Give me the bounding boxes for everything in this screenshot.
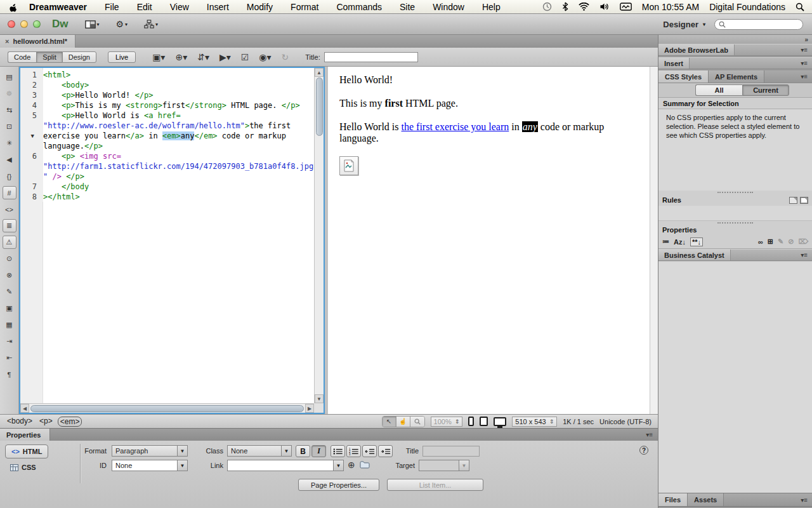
- new-css-rule-icon[interactable]: ⊞: [768, 237, 773, 246]
- panel-menu-icon[interactable]: ▾≡: [801, 497, 812, 504]
- menu-bar-account[interactable]: Digital Foundations: [709, 2, 785, 12]
- collapse-selection-icon[interactable]: ⊡: [3, 120, 16, 133]
- current-view-icon[interactable]: [800, 197, 808, 204]
- zoom-tool[interactable]: [410, 417, 424, 427]
- browse-folder-icon[interactable]: [360, 460, 370, 469]
- bold-button[interactable]: B: [296, 445, 310, 457]
- tab-assets[interactable]: Assets: [688, 493, 724, 506]
- close-window-button[interactable]: [8, 20, 15, 28]
- menu-commands[interactable]: Commands: [336, 2, 382, 12]
- panel-menu-icon[interactable]: ▾≡: [801, 46, 812, 53]
- collapse-full-tag-icon[interactable]: ⇆: [3, 104, 16, 117]
- menu-edit[interactable]: Edit: [137, 2, 152, 12]
- filter-button-all[interactable]: All: [695, 84, 742, 96]
- volume-icon[interactable]: [599, 3, 610, 11]
- indent-button[interactable]: [378, 445, 393, 457]
- mobile-size-icon[interactable]: [468, 417, 474, 426]
- rules-list[interactable]: [658, 206, 812, 221]
- menu-file[interactable]: File: [105, 2, 119, 12]
- menu-format[interactable]: Format: [291, 2, 318, 12]
- tablet-size-icon[interactable]: [480, 417, 488, 426]
- document-tab[interactable]: × helloworld.html*: [0, 35, 75, 48]
- attach-style-sheet-icon[interactable]: ∞: [758, 238, 763, 246]
- window-size-stepper[interactable]: 510 x 543⇕: [512, 417, 557, 427]
- view-button-split[interactable]: Split: [36, 51, 62, 63]
- code-horizontal-scrollbar[interactable]: ◀ ▶: [20, 403, 314, 413]
- panel-menu-icon[interactable]: ▾≡: [801, 251, 812, 258]
- select-parent-tag-icon[interactable]: ◀: [3, 153, 16, 166]
- open-documents-icon[interactable]: ▤: [3, 70, 16, 84]
- view-button-design[interactable]: Design: [62, 51, 96, 63]
- menu-insert[interactable]: Insert: [207, 2, 229, 12]
- extend-dreamweaver-icon[interactable]: ⚙▾: [116, 19, 128, 29]
- document-title-input[interactable]: [324, 52, 418, 62]
- site-menu-icon[interactable]: ▾: [144, 20, 158, 29]
- line-numbers-icon[interactable]: #: [3, 186, 16, 199]
- invalid-code-warning-icon[interactable]: ⚠: [3, 236, 16, 249]
- show-category-view-icon[interactable]: ≔: [662, 237, 669, 246]
- zoom-level-stepper[interactable]: 100%⇕: [431, 417, 463, 427]
- filter-button-current[interactable]: Current: [742, 84, 789, 96]
- collapse-panels-icon[interactable]: »: [804, 36, 808, 43]
- zoom-window-button[interactable]: [33, 20, 41, 28]
- recent-snippets-icon[interactable]: ▣: [3, 302, 16, 315]
- expand-all-icon[interactable]: ✳: [3, 137, 16, 150]
- wifi-icon[interactable]: [579, 3, 589, 11]
- format-source-code-icon[interactable]: ¶: [3, 368, 16, 381]
- code-editor-content[interactable]: 1<html>2 <body>3 <p>Hello World! </p>4 <…: [20, 68, 314, 403]
- broken-image-icon[interactable]: [339, 156, 358, 175]
- time-machine-icon[interactable]: [542, 2, 552, 11]
- business-catalyst-panel-header[interactable]: Business Catalyst ▾≡: [658, 249, 812, 261]
- design-vertical-scrollbar[interactable]: [650, 67, 658, 414]
- tab-ap-elements[interactable]: AP Elements: [709, 70, 764, 83]
- apply-comment-icon[interactable]: ⊙: [3, 252, 16, 265]
- layout-switcher-icon[interactable]: ▾: [85, 20, 100, 29]
- indent-code-icon[interactable]: ⇥: [3, 335, 16, 348]
- menu-dreamweaver[interactable]: Dreamweaver: [29, 2, 87, 12]
- css-mode-button[interactable]: CSS: [10, 464, 36, 471]
- tag-body[interactable]: <body>: [5, 417, 34, 427]
- move-convert-css-icon[interactable]: ▦: [3, 318, 16, 331]
- input-source-icon[interactable]: [620, 3, 632, 11]
- show-set-properties-icon[interactable]: **↓: [690, 237, 703, 246]
- menu-view[interactable]: View: [170, 2, 189, 12]
- minimize-window-button[interactable]: [20, 20, 28, 28]
- tag-em[interactable]: <em>: [58, 417, 82, 427]
- syntax-error-alerts-icon[interactable]: ≣: [3, 219, 16, 232]
- browserlab-panel-header[interactable]: Adobe BrowserLab ▾≡: [658, 44, 812, 56]
- preview-in-browser-icon[interactable]: ⊕▾: [175, 52, 187, 62]
- wrap-tag-icon[interactable]: ✎: [3, 285, 16, 298]
- panel-menu-icon[interactable]: ▾≡: [801, 60, 812, 67]
- outdent-code-icon[interactable]: ⇤: [3, 351, 16, 364]
- scrollbar-thumb[interactable]: [30, 405, 304, 412]
- italic-button[interactable]: I: [311, 445, 326, 457]
- live-view-button[interactable]: Live: [108, 51, 136, 63]
- cascade-view-icon[interactable]: [789, 197, 797, 204]
- scroll-left-icon[interactable]: ◀: [20, 404, 29, 413]
- point-to-file-icon[interactable]: ⊕: [348, 460, 355, 470]
- menu-help[interactable]: Help: [482, 2, 501, 12]
- app-search-box[interactable]: [714, 19, 803, 30]
- code-view[interactable]: 1<html>2 <body>3 <p>Hello World! </p>4 <…: [19, 67, 325, 414]
- spotlight-icon[interactable]: [796, 3, 804, 11]
- menu-window[interactable]: Window: [433, 2, 464, 12]
- balance-braces-icon[interactable]: {}: [3, 170, 16, 183]
- insert-panel-header[interactable]: Insert ▾≡: [658, 57, 812, 69]
- class-dropdown[interactable]: None▼: [227, 445, 292, 457]
- sort-alphabetical-icon[interactable]: Az↓: [674, 238, 686, 246]
- close-tab-icon[interactable]: ×: [5, 37, 9, 45]
- tag-p[interactable]: <p>: [37, 417, 55, 427]
- highlight-invalid-code-icon[interactable]: <>: [3, 203, 16, 216]
- link-field[interactable]: ▼: [227, 460, 344, 471]
- unordered-list-button[interactable]: [331, 445, 345, 457]
- menu-bar-clock[interactable]: Mon 10:55 AM: [642, 2, 699, 12]
- page-properties-button[interactable]: Page Properties...: [298, 479, 379, 491]
- menu-modify[interactable]: Modify: [247, 2, 273, 12]
- search-input[interactable]: [728, 20, 798, 28]
- menu-site[interactable]: Site: [400, 2, 415, 12]
- help-icon[interactable]: ?: [639, 446, 648, 455]
- w3c-validation-icon[interactable]: ☑: [241, 52, 249, 62]
- desktop-size-icon[interactable]: [494, 417, 506, 426]
- visual-aids-icon[interactable]: ◉▾: [259, 52, 271, 62]
- code-vertical-scrollbar[interactable]: ▲ ▼: [314, 68, 324, 403]
